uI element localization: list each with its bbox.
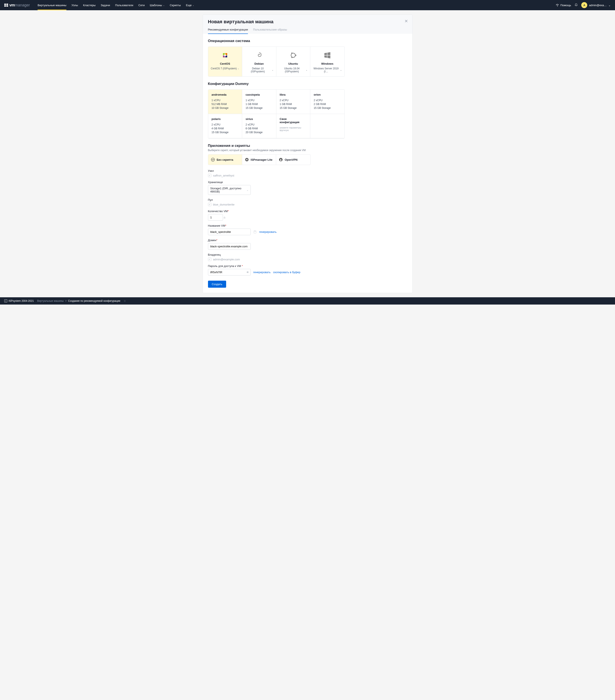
copy-password-link[interactable]: скопировать в буфер bbox=[273, 271, 300, 274]
openvpn-icon bbox=[279, 158, 283, 162]
logo[interactable]: vmmanager bbox=[4, 3, 30, 8]
script-grid: Без скрипта ISPmanager Lite OpenVPN bbox=[208, 154, 310, 165]
nav-more[interactable]: Еще⌄ bbox=[183, 0, 197, 10]
topbar-right: Помощь A admin@exa… ⌄ bbox=[556, 2, 611, 8]
config-card-polaris[interactable]: polaris 2 vCPU 4 GB RAM 15 GB Storage bbox=[208, 114, 242, 138]
generate-password-link[interactable]: генерировать bbox=[253, 271, 271, 274]
logo-icon bbox=[4, 4, 8, 7]
node-value-row: ✓ saffron_amethyst bbox=[208, 174, 407, 177]
config-card-custom[interactable]: Своя конфигурация укажите параметры вруч… bbox=[276, 114, 310, 138]
config-card-cassiopeia[interactable]: cassiopeia 1 vCPU 1 GB RAM 15 GB Storage bbox=[242, 90, 276, 114]
count-input[interactable] bbox=[208, 214, 223, 221]
chevron-down-icon: ⌄ bbox=[247, 189, 248, 191]
chevron-down-icon: ⌄ bbox=[272, 69, 273, 71]
config-card-libra[interactable]: libra 2 vCPU 1 GB RAM 15 GB Storage bbox=[276, 90, 310, 114]
node-label: Узел bbox=[208, 169, 407, 173]
content: Операционная система CentOS CentOS 7 (IS… bbox=[203, 34, 413, 293]
svg-rect-2 bbox=[4, 5, 6, 7]
os-card-windows[interactable]: Windows Windows Server 2019 (I…⌄ bbox=[310, 47, 344, 76]
chevron-down-icon: ⌄ bbox=[608, 4, 611, 7]
avatar: A bbox=[581, 2, 587, 8]
field-name: Название VM* ? генерировать bbox=[208, 224, 407, 235]
close-button[interactable]: ✕ bbox=[404, 18, 408, 24]
bell-icon[interactable] bbox=[575, 3, 578, 7]
script-card-ispmanager[interactable]: ISPmanager Lite bbox=[242, 154, 276, 165]
breadcrumb-item-active: Создание по рекомендуемой конфигурации bbox=[68, 299, 121, 302]
os-version-select[interactable]: Debian 10 (ISPsystem)⌄ bbox=[245, 67, 273, 73]
password-input[interactable] bbox=[208, 269, 251, 276]
chevron-down-icon: ⌄ bbox=[306, 69, 307, 71]
script-card-openvpn[interactable]: OpenVPN bbox=[276, 154, 310, 165]
nav-tasks[interactable]: Задачи bbox=[98, 0, 113, 10]
scripts-subtitle: Выберите скрипт, который установит необх… bbox=[208, 149, 407, 152]
nav-scripts[interactable]: Скрипты bbox=[167, 0, 183, 10]
centos-icon bbox=[211, 51, 239, 60]
topbar: vmmanager Виртуальные машины Узлы Класте… bbox=[0, 0, 615, 10]
copyright-icon: c bbox=[4, 299, 7, 302]
eye-icon[interactable]: 👁 bbox=[246, 271, 249, 274]
name-input[interactable] bbox=[208, 228, 251, 235]
storage-label: Хранилище bbox=[208, 180, 407, 184]
config-card-orion[interactable]: orion 2 vCPU 2 GB RAM 15 GB Storage bbox=[310, 90, 344, 114]
page-title: Новая виртуальная машина bbox=[208, 19, 407, 25]
nav-networks[interactable]: Сети bbox=[136, 0, 147, 10]
copyright: c ISPsystem 2004-2021 bbox=[4, 299, 34, 302]
owner-value: admin@example.com bbox=[213, 258, 240, 261]
checkbox-icon[interactable]: ✓ bbox=[208, 258, 211, 261]
config-card-andromeda[interactable]: andromeda 1 vCPU 512 MB RAM 10 GB Storag… bbox=[208, 90, 242, 114]
nav-users[interactable]: Пользователи bbox=[112, 0, 136, 10]
help-link[interactable]: Помощь bbox=[556, 3, 571, 7]
os-card-centos[interactable]: CentOS CentOS 7 (ISPsystem)⌄ bbox=[208, 47, 242, 76]
header-area: Новая виртуальная машина ✕ Рекомендуемые… bbox=[203, 15, 413, 34]
config-card-empty bbox=[310, 114, 344, 138]
main-panel: Новая виртуальная машина ✕ Рекомендуемые… bbox=[202, 14, 413, 293]
os-grid: CentOS CentOS 7 (ISPsystem)⌄ Debian Debi… bbox=[208, 47, 345, 77]
tabs: Рекомендуемые конфигурации Пользовательс… bbox=[208, 28, 407, 34]
tab-recommended[interactable]: Рекомендуемые конфигурации bbox=[208, 28, 248, 34]
breadcrumb-item[interactable]: Виртуальные машины bbox=[37, 299, 64, 302]
chevron-down-icon: ⌄ bbox=[193, 4, 194, 7]
star-icon[interactable]: ☆ bbox=[124, 299, 126, 302]
nav-clusters[interactable]: Кластеры bbox=[81, 0, 98, 10]
pool-label: Пул bbox=[208, 198, 407, 201]
svg-point-10 bbox=[295, 55, 296, 56]
field-count: Количество VM* ⌂ bbox=[208, 210, 407, 221]
os-card-debian[interactable]: Debian Debian 10 (ISPsystem)⌄ bbox=[242, 47, 276, 76]
field-domain: Домен* bbox=[208, 239, 407, 250]
svg-point-16 bbox=[280, 159, 281, 160]
generate-name-link[interactable]: генерировать bbox=[259, 230, 276, 234]
name-label: Название VM* bbox=[208, 224, 407, 227]
domain-label: Домен* bbox=[208, 239, 407, 242]
domain-input[interactable] bbox=[208, 243, 251, 250]
svg-rect-3 bbox=[7, 5, 8, 7]
node-value: saffron_amethyst bbox=[213, 174, 234, 177]
scripts-section-title: Приложения и скрипты bbox=[208, 143, 407, 148]
config-card-sirius[interactable]: sirius 2 vCPU 6 GB RAM 20 GB Storage bbox=[242, 114, 276, 138]
create-button[interactable]: Создать bbox=[208, 280, 226, 288]
help-icon[interactable]: ? bbox=[253, 230, 257, 234]
os-version-select[interactable]: Windows Server 2019 (I…⌄ bbox=[313, 67, 342, 73]
pool-value: blue_dumortierite bbox=[213, 203, 234, 206]
nav-vms[interactable]: Виртуальные машины bbox=[35, 0, 69, 10]
svg-point-9 bbox=[291, 53, 295, 58]
nav-nodes[interactable]: Узлы bbox=[69, 0, 81, 10]
breadcrumb: Виртуальные машины > Создание по рекомен… bbox=[37, 299, 120, 302]
os-version-select[interactable]: CentOS 7 (ISPsystem)⌄ bbox=[211, 67, 239, 70]
os-version-select[interactable]: Ubuntu 18.04 (ISPsystem)⌄ bbox=[279, 67, 308, 73]
os-section-title: Операционная система bbox=[208, 39, 407, 43]
config-section-title: Конфигурации Dummy bbox=[208, 82, 407, 86]
svg-point-12 bbox=[291, 57, 293, 58]
user-email: admin@exa… bbox=[589, 4, 607, 7]
checkbox-icon[interactable]: ✓ bbox=[208, 203, 211, 206]
field-pool: Пул ✓ blue_dumortierite bbox=[208, 198, 407, 206]
debian-icon bbox=[245, 51, 273, 60]
tab-custom-images[interactable]: Пользовательские образы bbox=[253, 28, 287, 34]
nav-templates[interactable]: Шаблоны⌄ bbox=[147, 0, 167, 10]
storage-select[interactable]: Storage1 (DIR, доступно 490GB) ⌄ bbox=[208, 185, 251, 195]
field-storage: Хранилище Storage1 (DIR, доступно 490GB)… bbox=[208, 180, 407, 195]
user-menu[interactable]: A admin@exa… ⌄ bbox=[581, 2, 611, 8]
home-icon: ⌂ bbox=[224, 216, 225, 219]
os-card-ubuntu[interactable]: Ubuntu Ubuntu 18.04 (ISPsystem)⌄ bbox=[276, 47, 310, 76]
checkbox-icon[interactable]: ✓ bbox=[208, 174, 211, 177]
script-card-none[interactable]: Без скрипта bbox=[208, 154, 242, 165]
